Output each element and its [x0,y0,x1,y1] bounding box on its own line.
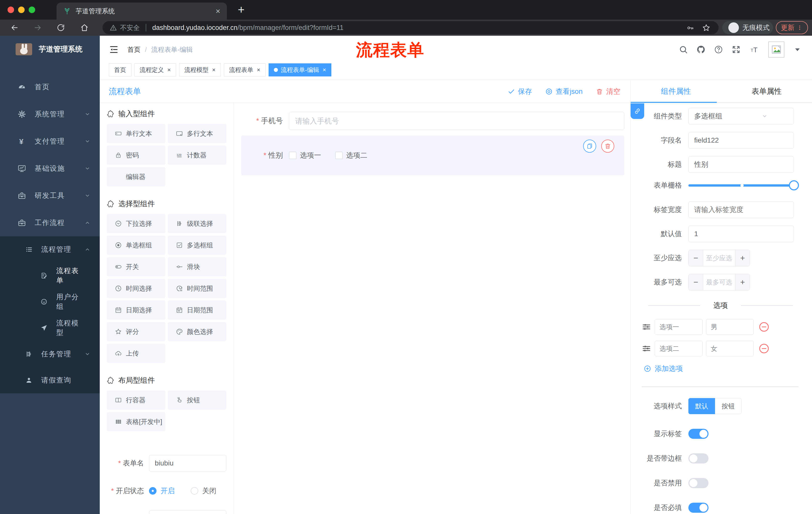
option-value-input[interactable] [706,341,754,356]
phone-field[interactable]: 手机号 [241,112,624,130]
sidebar-item[interactable]: 支付管理 [0,128,100,155]
option-name-input[interactable] [655,319,702,335]
palette-component[interactable]: 下拉选择 [107,214,165,233]
avatar[interactable] [768,42,784,58]
sidebar-subitem[interactable]: 用户分组 [0,289,100,315]
address-bar[interactable]: 不安全 dashboard.yudao.iocoder.cn /bpm/mana… [103,21,719,34]
checkbox-icon[interactable] [289,152,296,159]
drag-handle-icon[interactable] [642,322,651,332]
palette-component[interactable]: 单选框组 [107,236,165,255]
palette-component[interactable]: 表格[开发中] [107,412,165,431]
palette-component[interactable]: 多行文本 [168,124,226,143]
duplicate-component-button[interactable] [583,140,596,153]
drag-handle-icon[interactable] [642,344,651,353]
form-canvas[interactable]: 手机号 性别 [234,103,630,514]
stepper-plus-button[interactable]: + [735,274,750,290]
toggle-switch[interactable] [688,453,708,463]
view-tab[interactable]: 流程表单-编辑 × [268,63,331,77]
update-button[interactable]: 更新 [776,21,808,34]
window-close-button[interactable] [7,6,14,13]
comp-type-select[interactable]: 多选框组 [688,108,794,125]
default-value-input[interactable] [688,225,794,242]
save-button[interactable]: 保存 [508,87,532,96]
remove-option-icon[interactable] [758,343,770,354]
password-key-icon[interactable] [686,24,694,32]
stepper-minus-button[interactable]: − [689,274,703,290]
new-tab-button[interactable]: + [236,4,247,16]
github-icon[interactable] [696,45,705,54]
sidebar-subitem[interactable]: 流程模型 [0,315,100,341]
option-name-input[interactable] [655,341,702,356]
palette-component[interactable]: 滑块 [168,257,226,276]
search-icon[interactable] [679,45,688,54]
view-tab[interactable]: 流程定义 × [135,63,176,77]
view-tab-close-icon[interactable]: × [257,66,260,74]
delete-component-button[interactable] [601,140,614,153]
palette-component[interactable]: 日期选择 [107,300,165,320]
view-tab[interactable]: 流程表单 × [224,63,266,77]
avatar-caret-icon[interactable] [793,45,802,54]
palette-component[interactable]: 时间范围 [168,279,226,298]
grid-slider[interactable] [688,180,799,190]
palette-component[interactable]: 评分 [107,322,165,341]
status-radio[interactable]: 开启 [149,486,175,496]
sidebar-subitem[interactable]: 流程表单 [0,263,100,289]
palette-component[interactable]: 多选框组 [168,236,226,255]
sidebar-item[interactable]: 系统管理 [0,101,100,128]
min-checked-input[interactable] [703,250,735,266]
stepper-minus-button[interactable]: − [689,250,703,266]
clear-button[interactable]: 清空 [596,87,620,96]
add-option-button[interactable]: 添加选项 [644,364,802,373]
view-json-button[interactable]: 查看json [545,87,583,96]
sidebar-item[interactable]: 首页 [0,74,100,101]
link-button[interactable] [631,103,644,119]
field-name-input[interactable] [688,132,794,148]
palette-component[interactable]: 单行文本 [107,124,165,143]
segment-button[interactable]: 按钮 [715,398,742,414]
forward-icon[interactable] [33,23,42,32]
view-tab[interactable]: 流程模型 × [179,63,221,77]
toggle-switch[interactable] [688,503,708,513]
palette-component[interactable]: 上传 [107,344,165,363]
max-checked-input[interactable] [703,274,735,290]
help-icon[interactable] [714,45,723,54]
stepper-plus-button[interactable]: + [735,250,750,266]
home-icon[interactable] [80,23,89,32]
sidebar-item[interactable]: 基础设施 [0,155,100,182]
tab-close-icon[interactable]: × [215,6,220,16]
tab-component-props[interactable]: 组件属性 [631,80,721,102]
view-tab-close-icon[interactable]: × [212,66,215,74]
gender-checkbox-option[interactable]: 选项一 [289,151,321,160]
tab-form-props[interactable]: 表单属性 [721,80,812,102]
sidebar-logo[interactable]: 芋道管理系统 [0,36,100,63]
palette-component[interactable]: 计数器 [168,145,226,165]
toggle-switch[interactable] [688,429,708,439]
sidebar-subitem[interactable]: 流程管理 [0,236,100,263]
checkbox-icon[interactable] [335,152,343,159]
insecure-warning-icon[interactable] [110,24,117,31]
bookmark-star-icon[interactable] [702,24,710,32]
sidebar-item[interactable]: 研发工具 [0,182,100,209]
phone-input[interactable] [289,112,624,130]
palette-component[interactable]: 颜色选择 [168,322,226,341]
selected-component[interactable]: 性别 选项一 [241,136,624,175]
palette-component[interactable]: 时间选择 [107,279,165,298]
segment-button[interactable]: 默认 [688,398,715,414]
option-value-input[interactable] [706,319,754,335]
label-width-input[interactable] [688,201,794,218]
window-zoom-button[interactable] [29,6,35,13]
browser-tab[interactable]: 芋道管理系统 × [57,2,227,20]
view-tab-close-icon[interactable]: × [323,66,326,74]
palette-component[interactable]: 级联选择 [168,214,226,233]
remark-textarea[interactable]: 嘿嘿 [149,510,226,514]
sidebar-subitem[interactable]: 请假查询 [0,367,100,393]
form-name-input[interactable] [149,455,226,471]
view-tab[interactable]: 首页 × [109,63,132,77]
status-radio[interactable]: 关闭 [191,486,216,496]
sidebar-subitem[interactable]: 任务管理 [0,341,100,367]
palette-component[interactable]: 行容器 [107,390,165,410]
palette-component[interactable]: 开关 [107,257,165,276]
palette-component[interactable]: 编辑器 [107,167,165,186]
reload-icon[interactable] [56,23,65,32]
slider-handle[interactable] [789,180,799,190]
